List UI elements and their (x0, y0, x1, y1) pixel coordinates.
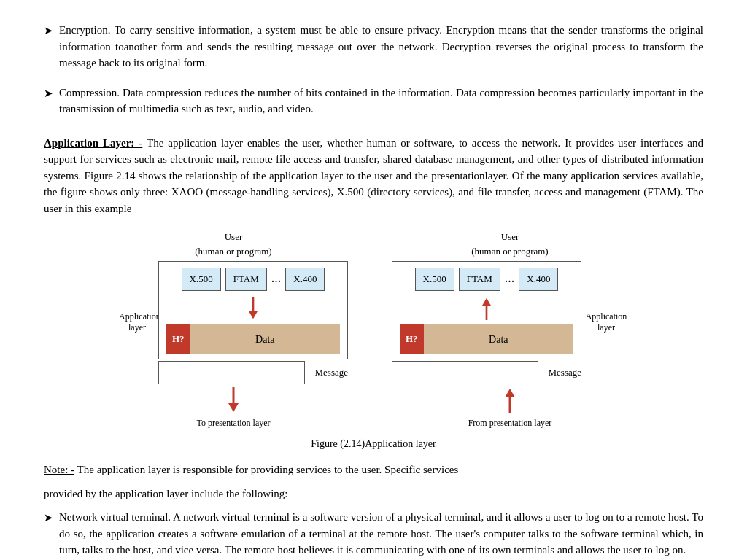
compression-text: Compression. Data compression reduces th… (59, 85, 703, 117)
service-ftam-left: FTAM (225, 268, 267, 291)
diagram-left-app-layer-label: Applicationlayer (119, 311, 155, 334)
diagram-right-box: X.500 FTAM ... X.400 H? (392, 261, 581, 359)
diagram-right-user-label: User(human or program) (471, 230, 548, 258)
diagram-left-inner: X.500 FTAM ... X.400 (158, 261, 348, 384)
bullet-arrow-compression: ➤ (44, 85, 53, 102)
note-label: Note: - (44, 464, 74, 475)
service-x500-right: X.500 (415, 268, 454, 291)
app-layer-heading-label: Application Layer: - (44, 137, 142, 149)
message-row-right: . Message (392, 361, 581, 384)
message-row-left: . Message (158, 361, 348, 384)
diagram-left-user-label: User(human or program) (195, 230, 271, 258)
service-dots-left: ... (271, 268, 282, 291)
encryption-text: Encryption. To carry sensitive informati… (59, 22, 703, 71)
diagram-right-services: X.500 FTAM ... X.400 (400, 268, 573, 291)
svg-marker-2 (249, 311, 258, 319)
services-list-intro: provided by the application layer includ… (44, 486, 703, 502)
bullet-arrow-encryption: ➤ (44, 23, 53, 39)
app-layer-heading-text: The application layer enables the user, … (44, 137, 703, 214)
network-terminal-text: Network virtual terminal. A network virt… (59, 509, 703, 559)
diagram-left-bottom-label: To presentation layer (196, 418, 270, 429)
service-x400-left: X.400 (285, 268, 325, 291)
data-box-right: Data (424, 324, 573, 354)
data-row-right: H? Data (400, 324, 573, 354)
arrow-down-left (166, 297, 340, 320)
data-box-left: Data (190, 324, 340, 354)
bullet-arrow-network-terminal: ➤ (44, 510, 53, 526)
bullet-encryption: ➤ Encryption. To carry sensitive informa… (44, 22, 703, 71)
message-label-left: Message (315, 365, 349, 380)
data-row-left: H? Data (166, 324, 340, 354)
figure-caption: Figure (2.14)Application layer (311, 436, 436, 451)
app-layer-section: Application Layer: - The application lay… (44, 135, 703, 217)
diagram-left-bottom-arrow: To presentation layer (196, 387, 270, 429)
diagram-left: User(human or program) Applicationlayer … (119, 230, 348, 429)
bullet-compression: ➤ Compression. Data compression reduces … (44, 85, 703, 117)
svg-marker-8 (505, 389, 515, 397)
message-label-right: Message (549, 365, 582, 380)
diagram-left-with-label: Applicationlayer X.500 FTAM ... X.400 (119, 261, 348, 384)
figure-container: User(human or program) Applicationlayer … (44, 230, 703, 451)
arrow-up-right (400, 297, 573, 320)
diagram-right-with-label: X.500 FTAM ... X.400 H? (392, 261, 628, 384)
service-x400-right: X.400 (519, 268, 558, 291)
diagram-right-bottom-label: From presentation layer (468, 418, 552, 429)
diagrams-row: User(human or program) Applicationlayer … (119, 230, 628, 429)
service-ftam-right: FTAM (459, 268, 500, 291)
diagram-right-app-layer-label: Applicationlayer (584, 311, 628, 334)
service-dots-right: ... (505, 268, 515, 291)
diagram-right: User(human or program) X.500 FTAM ... X.… (392, 230, 628, 429)
service-x500-left: X.500 (182, 268, 221, 291)
bullet-network-terminal: ➤ Network virtual terminal. A network vi… (44, 509, 703, 559)
diagram-right-bottom-arrow: From presentation layer (468, 387, 552, 429)
note-text: The application layer is responsible for… (74, 464, 458, 475)
svg-marker-4 (228, 403, 239, 412)
svg-marker-6 (482, 298, 491, 306)
diagram-left-box: X.500 FTAM ... X.400 (158, 261, 348, 359)
hz-box-left: H? (166, 324, 190, 354)
diagram-right-inner: X.500 FTAM ... X.400 H? (392, 261, 581, 384)
diagram-left-services: X.500 FTAM ... X.400 (166, 268, 340, 291)
note-section: Note: - The application layer is respons… (44, 462, 703, 478)
hz-box-right: H? (400, 324, 424, 354)
